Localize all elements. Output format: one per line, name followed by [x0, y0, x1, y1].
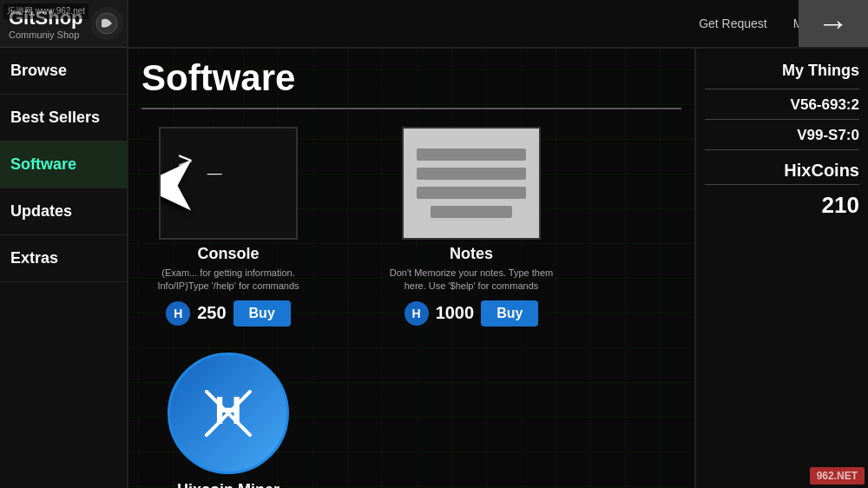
notes-hix-icon: H — [404, 301, 429, 326]
sidebar-item-best-sellers[interactable]: Best Sellers — [0, 95, 127, 142]
get-request-link[interactable]: Get Request — [699, 16, 767, 30]
notes-line-4 — [431, 206, 513, 218]
product-card-notes: Notes Don't Memorize your notes. Type th… — [385, 127, 558, 326]
products-row-1: > _ ➤ Console (Exam... for getting infor… — [141, 127, 681, 326]
v99-label: V99-S7:0 — [797, 127, 859, 144]
stat-row-v99: V99-S7:0 — [705, 127, 859, 144]
title-divider — [141, 108, 681, 109]
arrow-right-icon: → — [818, 5, 849, 42]
notes-product-name: Notes — [450, 245, 493, 263]
notes-product-image — [402, 127, 541, 240]
watermark-top-left: 乐游网 www.962.net — [3, 3, 89, 19]
logo-subtitle: Communiy Shop — [9, 30, 83, 40]
sidebar-item-extras[interactable]: Extras — [0, 235, 127, 282]
sidebar-item-software[interactable]: Software — [0, 142, 127, 188]
notes-price-row: H 1000 Buy — [404, 300, 539, 326]
product-card-miner: H Hixcoin Miner Mine for Hixcoins. Refre… — [141, 353, 315, 488]
console-product-desc: (Exam... for getting information. Info/I… — [141, 267, 315, 293]
console-product-name: Console — [197, 245, 259, 263]
top-header: Get Request Marketplace → — [128, 0, 868, 49]
notes-line-1 — [417, 148, 526, 161]
logo-icon — [90, 7, 123, 40]
notes-product-desc: Don't Memorize your notes. Type them her… — [385, 267, 558, 293]
main-content: Software > _ ➤ Console (Exam... for gett… — [128, 49, 694, 488]
right-panel: My Things V56-693:2 V99-S7:0 HixCoins 21… — [694, 49, 868, 488]
stat-row-v56: V56-693:2 — [705, 96, 859, 114]
console-hix-icon: H — [166, 301, 190, 326]
right-divider-3 — [705, 149, 859, 150]
miner-product-image: H — [168, 353, 289, 474]
hixcoins-value: 210 — [705, 192, 859, 219]
right-divider-4 — [705, 184, 859, 185]
notes-price: 1000 — [436, 303, 475, 323]
notes-buy-button[interactable]: Buy — [481, 300, 538, 326]
right-divider-2 — [705, 119, 859, 120]
notes-line-2 — [417, 168, 526, 180]
console-buy-button[interactable]: Buy — [233, 300, 291, 326]
product-card-console: > _ ➤ Console (Exam... for getting infor… — [141, 127, 315, 326]
console-price-row: H 250 Buy — [166, 300, 291, 326]
watermark-bottom-right: 962.NET — [810, 467, 865, 485]
sidebar: GitShop Communiy Shop Browse Best Seller… — [0, 0, 128, 488]
console-product-image: > _ ➤ — [159, 127, 298, 240]
right-divider-1 — [705, 89, 859, 89]
next-arrow-button[interactable]: → — [799, 0, 868, 47]
hixcoins-title: HixCoins — [705, 161, 859, 181]
sidebar-item-updates[interactable]: Updates — [0, 188, 127, 235]
my-things-title: My Things — [705, 62, 859, 80]
products-row-2: H Hixcoin Miner Mine for Hixcoins. Refre… — [141, 353, 681, 488]
page-title: Software — [141, 57, 681, 99]
sidebar-item-browse[interactable]: Browse — [0, 48, 127, 95]
v56-label: V56-693:2 — [791, 96, 859, 114]
console-arrow-icon: ➤ — [159, 137, 200, 228]
console-price: 250 — [197, 303, 226, 323]
miner-product-name: Hixcoin Miner — [177, 481, 279, 488]
notes-line-3 — [417, 187, 526, 199]
